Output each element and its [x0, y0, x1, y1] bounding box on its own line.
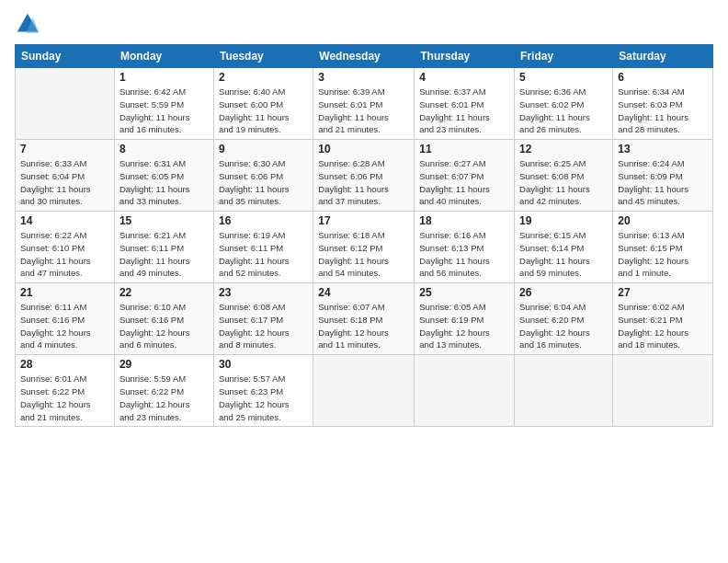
day-number: 26 — [519, 286, 608, 299]
day-number: 13 — [618, 143, 708, 155]
calendar-cell: 28Sunrise: 6:01 AMSunset: 6:22 PMDayligh… — [16, 355, 115, 427]
day-info: Sunrise: 5:57 AMSunset: 6:23 PMDaylight:… — [219, 373, 308, 423]
calendar-week-3: 14Sunrise: 6:22 AMSunset: 6:10 PMDayligh… — [16, 212, 713, 283]
calendar-cell — [16, 68, 115, 140]
day-number: 4 — [419, 71, 509, 84]
calendar-cell: 1Sunrise: 6:42 AMSunset: 5:59 PMDaylight… — [114, 68, 213, 140]
calendar-week-2: 7Sunrise: 6:33 AMSunset: 6:04 PMDaylight… — [16, 140, 713, 212]
calendar-cell: 17Sunrise: 6:18 AMSunset: 6:12 PMDayligh… — [313, 212, 415, 283]
day-info: Sunrise: 6:34 AMSunset: 6:03 PMDaylight:… — [618, 86, 708, 136]
calendar-week-1: 1Sunrise: 6:42 AMSunset: 5:59 PMDaylight… — [16, 68, 713, 140]
day-info: Sunrise: 6:13 AMSunset: 6:15 PMDaylight:… — [618, 229, 708, 280]
day-info: Sunrise: 6:02 AMSunset: 6:21 PMDaylight:… — [618, 301, 708, 351]
calendar-cell: 10Sunrise: 6:28 AMSunset: 6:06 PMDayligh… — [313, 140, 415, 212]
day-number: 30 — [219, 358, 308, 371]
header — [15, 11, 713, 37]
day-info: Sunrise: 6:04 AMSunset: 6:20 PMDaylight:… — [519, 301, 608, 351]
calendar-cell: 12Sunrise: 6:25 AMSunset: 6:08 PMDayligh… — [515, 140, 613, 212]
day-number: 6 — [618, 71, 708, 84]
day-number: 22 — [119, 286, 209, 299]
col-header-tuesday: Tuesday — [213, 45, 313, 68]
col-header-thursday: Thursday — [415, 45, 515, 68]
logo-icon — [15, 11, 40, 37]
logo — [15, 11, 44, 37]
day-info: Sunrise: 6:25 AMSunset: 6:08 PMDaylight:… — [519, 157, 608, 208]
calendar-cell: 18Sunrise: 6:16 AMSunset: 6:13 PMDayligh… — [415, 212, 515, 283]
day-info: Sunrise: 6:31 AMSunset: 6:05 PMDaylight:… — [119, 157, 209, 208]
col-header-monday: Monday — [114, 45, 213, 68]
day-number: 8 — [119, 143, 209, 155]
day-info: Sunrise: 6:21 AMSunset: 6:11 PMDaylight:… — [119, 229, 209, 280]
calendar-header-row: SundayMondayTuesdayWednesdayThursdayFrid… — [16, 45, 713, 68]
calendar-cell: 6Sunrise: 6:34 AMSunset: 6:03 PMDaylight… — [613, 68, 713, 140]
calendar-cell: 13Sunrise: 6:24 AMSunset: 6:09 PMDayligh… — [613, 140, 713, 212]
day-number: 14 — [20, 214, 109, 227]
col-header-saturday: Saturday — [613, 45, 713, 68]
day-number: 5 — [519, 71, 608, 84]
day-info: Sunrise: 6:15 AMSunset: 6:14 PMDaylight:… — [519, 229, 608, 280]
day-number: 7 — [20, 143, 109, 155]
calendar-cell: 30Sunrise: 5:57 AMSunset: 6:23 PMDayligh… — [213, 355, 313, 427]
day-info: Sunrise: 6:05 AMSunset: 6:19 PMDaylight:… — [419, 301, 509, 351]
calendar-cell: 26Sunrise: 6:04 AMSunset: 6:20 PMDayligh… — [515, 283, 613, 355]
day-number: 20 — [618, 214, 708, 227]
day-info: Sunrise: 6:18 AMSunset: 6:12 PMDaylight:… — [318, 229, 409, 280]
day-number: 9 — [219, 143, 308, 155]
calendar-cell: 23Sunrise: 6:08 AMSunset: 6:17 PMDayligh… — [213, 283, 313, 355]
calendar-cell: 9Sunrise: 6:30 AMSunset: 6:06 PMDaylight… — [213, 140, 313, 212]
day-number: 23 — [219, 286, 308, 299]
calendar-cell: 22Sunrise: 6:10 AMSunset: 6:16 PMDayligh… — [114, 283, 213, 355]
day-info: Sunrise: 6:10 AMSunset: 6:16 PMDaylight:… — [119, 301, 209, 351]
day-number: 12 — [519, 143, 608, 155]
col-header-wednesday: Wednesday — [313, 45, 415, 68]
calendar-cell: 8Sunrise: 6:31 AMSunset: 6:05 PMDaylight… — [114, 140, 213, 212]
day-number: 29 — [119, 358, 209, 371]
col-header-friday: Friday — [515, 45, 613, 68]
calendar-cell: 3Sunrise: 6:39 AMSunset: 6:01 PMDaylight… — [313, 68, 415, 140]
calendar-cell: 24Sunrise: 6:07 AMSunset: 6:18 PMDayligh… — [313, 283, 415, 355]
calendar-cell — [415, 355, 515, 427]
day-info: Sunrise: 6:01 AMSunset: 6:22 PMDaylight:… — [20, 373, 109, 423]
day-number: 2 — [219, 71, 308, 84]
calendar-cell: 29Sunrise: 5:59 AMSunset: 6:22 PMDayligh… — [114, 355, 213, 427]
day-info: Sunrise: 6:11 AMSunset: 6:16 PMDaylight:… — [20, 301, 109, 351]
calendar-cell: 15Sunrise: 6:21 AMSunset: 6:11 PMDayligh… — [114, 212, 213, 283]
day-number: 21 — [20, 286, 109, 299]
calendar-cell — [613, 355, 713, 427]
day-info: Sunrise: 6:07 AMSunset: 6:18 PMDaylight:… — [318, 301, 409, 351]
day-number: 3 — [318, 71, 409, 84]
calendar-cell: 20Sunrise: 6:13 AMSunset: 6:15 PMDayligh… — [613, 212, 713, 283]
day-info: Sunrise: 6:16 AMSunset: 6:13 PMDaylight:… — [419, 229, 509, 280]
day-info: Sunrise: 6:39 AMSunset: 6:01 PMDaylight:… — [318, 86, 409, 136]
calendar-cell: 16Sunrise: 6:19 AMSunset: 6:11 PMDayligh… — [213, 212, 313, 283]
day-number: 17 — [318, 214, 409, 227]
day-info: Sunrise: 6:27 AMSunset: 6:07 PMDaylight:… — [419, 157, 509, 208]
calendar-week-4: 21Sunrise: 6:11 AMSunset: 6:16 PMDayligh… — [16, 283, 713, 355]
day-info: Sunrise: 6:24 AMSunset: 6:09 PMDaylight:… — [618, 157, 708, 208]
calendar-cell: 27Sunrise: 6:02 AMSunset: 6:21 PMDayligh… — [613, 283, 713, 355]
day-info: Sunrise: 6:33 AMSunset: 6:04 PMDaylight:… — [20, 157, 109, 208]
day-info: Sunrise: 6:37 AMSunset: 6:01 PMDaylight:… — [419, 86, 509, 136]
day-info: Sunrise: 6:28 AMSunset: 6:06 PMDaylight:… — [318, 157, 409, 208]
calendar-cell: 25Sunrise: 6:05 AMSunset: 6:19 PMDayligh… — [415, 283, 515, 355]
calendar-cell: 14Sunrise: 6:22 AMSunset: 6:10 PMDayligh… — [16, 212, 115, 283]
day-info: Sunrise: 6:40 AMSunset: 6:00 PMDaylight:… — [219, 86, 308, 136]
calendar-cell: 19Sunrise: 6:15 AMSunset: 6:14 PMDayligh… — [515, 212, 613, 283]
day-number: 24 — [318, 286, 409, 299]
day-number: 15 — [119, 214, 209, 227]
day-number: 27 — [618, 286, 708, 299]
day-info: Sunrise: 6:30 AMSunset: 6:06 PMDaylight:… — [219, 157, 308, 208]
day-number: 1 — [119, 71, 209, 84]
day-number: 10 — [318, 143, 409, 155]
calendar-cell: 7Sunrise: 6:33 AMSunset: 6:04 PMDaylight… — [16, 140, 115, 212]
calendar-cell: 4Sunrise: 6:37 AMSunset: 6:01 PMDaylight… — [415, 68, 515, 140]
day-number: 28 — [20, 358, 109, 371]
calendar: SundayMondayTuesdayWednesdayThursdayFrid… — [15, 44, 713, 427]
day-number: 19 — [519, 214, 608, 227]
day-info: Sunrise: 6:36 AMSunset: 6:02 PMDaylight:… — [519, 86, 608, 136]
col-header-sunday: Sunday — [16, 45, 115, 68]
calendar-cell — [313, 355, 415, 427]
day-number: 16 — [219, 214, 308, 227]
day-number: 18 — [419, 214, 509, 227]
calendar-cell: 21Sunrise: 6:11 AMSunset: 6:16 PMDayligh… — [16, 283, 115, 355]
